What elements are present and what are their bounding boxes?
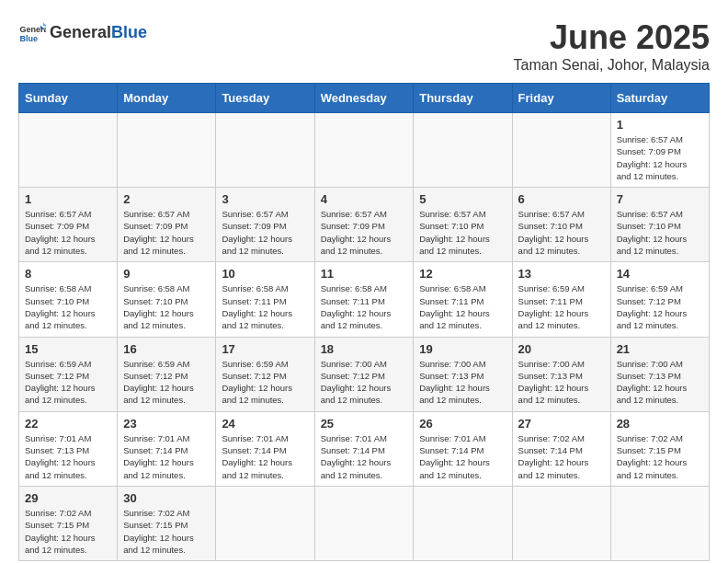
title-area: June 2025 Taman Senai, Johor, Malaysia: [514, 18, 710, 74]
weekday-header-friday: Friday: [512, 84, 610, 113]
day-number: 27: [518, 417, 605, 431]
day-number: 4: [321, 192, 408, 206]
weekday-header-monday: Monday: [118, 84, 216, 113]
day-number: 22: [25, 417, 111, 431]
location-title: Taman Senai, Johor, Malaysia: [514, 57, 710, 74]
calendar-cell: [512, 486, 610, 560]
day-info: Sunrise: 6:58 AMSunset: 7:11 PMDaylight:…: [419, 282, 506, 331]
weekday-header-sunday: Sunday: [19, 84, 118, 113]
day-info: Sunrise: 7:00 AMSunset: 7:13 PMDaylight:…: [518, 358, 605, 407]
calendar-table: SundayMondayTuesdayWednesdayThursdayFrid…: [18, 83, 710, 561]
calendar-cell: 4Sunrise: 6:57 AMSunset: 7:09 PMDaylight…: [314, 188, 414, 262]
day-number: 3: [222, 192, 308, 206]
calendar-cell: 20Sunrise: 7:00 AMSunset: 7:13 PMDayligh…: [512, 337, 610, 411]
calendar-cell: 28Sunrise: 7:02 AMSunset: 7:15 PMDayligh…: [610, 411, 709, 486]
day-info: Sunrise: 6:57 AMSunset: 7:09 PMDaylight:…: [222, 208, 308, 257]
day-number: 8: [25, 267, 111, 281]
calendar-cell: 29Sunrise: 7:02 AMSunset: 7:15 PMDayligh…: [19, 486, 118, 560]
day-info: Sunrise: 7:02 AMSunset: 7:15 PMDaylight:…: [617, 432, 703, 481]
calendar-cell: 9Sunrise: 6:58 AMSunset: 7:10 PMDaylight…: [118, 262, 216, 337]
calendar-cell: 6Sunrise: 6:57 AMSunset: 7:10 PMDaylight…: [512, 188, 610, 262]
day-info: Sunrise: 6:57 AMSunset: 7:10 PMDaylight:…: [617, 208, 703, 257]
day-info: Sunrise: 7:01 AMSunset: 7:14 PMDaylight:…: [222, 432, 308, 481]
day-number: 24: [222, 417, 308, 431]
calendar-cell: 24Sunrise: 7:01 AMSunset: 7:14 PMDayligh…: [216, 411, 314, 486]
calendar-cell: 16Sunrise: 6:59 AMSunset: 7:12 PMDayligh…: [118, 337, 216, 411]
day-number: 21: [617, 342, 703, 356]
day-number: 18: [321, 342, 408, 356]
day-number: 6: [518, 192, 605, 206]
day-number: 15: [25, 342, 111, 356]
calendar-cell: [314, 486, 414, 560]
calendar-cell: [216, 113, 314, 188]
calendar-cell: 19Sunrise: 7:00 AMSunset: 7:13 PMDayligh…: [414, 337, 512, 411]
day-info: Sunrise: 6:57 AMSunset: 7:10 PMDaylight:…: [419, 208, 506, 257]
day-info: Sunrise: 7:01 AMSunset: 7:13 PMDaylight:…: [25, 432, 111, 481]
day-info: Sunrise: 7:01 AMSunset: 7:14 PMDaylight:…: [419, 432, 506, 481]
calendar-cell: [610, 486, 709, 560]
month-title: June 2025: [514, 18, 710, 57]
day-number: 2: [123, 192, 210, 206]
logo-text: GeneralBlue: [50, 23, 147, 42]
calendar-week-3: 8Sunrise: 6:58 AMSunset: 7:10 PMDaylight…: [19, 262, 710, 337]
calendar-cell: [19, 113, 118, 188]
calendar-cell: [414, 113, 512, 188]
svg-text:Blue: Blue: [20, 34, 39, 43]
calendar-cell: 12Sunrise: 6:58 AMSunset: 7:11 PMDayligh…: [414, 262, 512, 337]
calendar-week-4: 15Sunrise: 6:59 AMSunset: 7:12 PMDayligh…: [19, 337, 710, 411]
calendar-cell: 23Sunrise: 7:01 AMSunset: 7:14 PMDayligh…: [118, 411, 216, 486]
day-number: 10: [222, 267, 308, 281]
day-number: 12: [419, 267, 506, 281]
day-info: Sunrise: 6:59 AMSunset: 7:12 PMDaylight:…: [222, 358, 308, 407]
day-number: 28: [617, 417, 703, 431]
calendar-cell: 7Sunrise: 6:57 AMSunset: 7:10 PMDaylight…: [610, 188, 709, 262]
calendar-cell: 27Sunrise: 7:02 AMSunset: 7:14 PMDayligh…: [512, 411, 610, 486]
day-info: Sunrise: 6:59 AMSunset: 7:12 PMDaylight:…: [617, 282, 703, 331]
calendar-cell: 1Sunrise: 6:57 AMSunset: 7:09 PMDaylight…: [19, 188, 118, 262]
day-number: 5: [419, 192, 506, 206]
calendar-cell: 18Sunrise: 7:00 AMSunset: 7:12 PMDayligh…: [314, 337, 414, 411]
calendar-cell: [512, 113, 610, 188]
day-number: 20: [518, 342, 605, 356]
calendar-cell: [216, 486, 314, 560]
header-area: General Blue GeneralBlue June 2025 Taman…: [18, 18, 710, 74]
calendar-cell: 3Sunrise: 6:57 AMSunset: 7:09 PMDaylight…: [216, 188, 314, 262]
calendar-cell: 2Sunrise: 6:57 AMSunset: 7:09 PMDaylight…: [118, 188, 216, 262]
day-number: 17: [222, 342, 308, 356]
calendar-week-1: 1Sunrise: 6:57 AMSunset: 7:09 PMDaylight…: [19, 113, 710, 188]
day-number: 23: [123, 417, 210, 431]
calendar-cell: 1Sunrise: 6:57 AMSunset: 7:09 PMDaylight…: [610, 113, 709, 188]
day-info: Sunrise: 7:02 AMSunset: 7:14 PMDaylight:…: [518, 432, 605, 481]
day-number: 11: [321, 267, 408, 281]
calendar-week-6: 29Sunrise: 7:02 AMSunset: 7:15 PMDayligh…: [19, 486, 710, 560]
day-info: Sunrise: 6:59 AMSunset: 7:12 PMDaylight:…: [25, 358, 111, 407]
page-container: General Blue GeneralBlue June 2025 Taman…: [18, 18, 710, 561]
calendar-cell: 21Sunrise: 7:00 AMSunset: 7:13 PMDayligh…: [610, 337, 709, 411]
calendar-cell: 30Sunrise: 7:02 AMSunset: 7:15 PMDayligh…: [118, 486, 216, 560]
day-info: Sunrise: 6:58 AMSunset: 7:11 PMDaylight:…: [222, 282, 308, 331]
day-info: Sunrise: 6:57 AMSunset: 7:09 PMDaylight:…: [123, 208, 210, 257]
day-info: Sunrise: 7:01 AMSunset: 7:14 PMDaylight:…: [123, 432, 210, 481]
day-number: 9: [123, 267, 210, 281]
calendar-cell: 11Sunrise: 6:58 AMSunset: 7:11 PMDayligh…: [314, 262, 414, 337]
logo: General Blue GeneralBlue: [18, 18, 147, 46]
day-info: Sunrise: 6:57 AMSunset: 7:09 PMDaylight:…: [617, 133, 703, 182]
day-info: Sunrise: 7:02 AMSunset: 7:15 PMDaylight:…: [123, 507, 210, 556]
day-number: 19: [419, 342, 506, 356]
calendar-cell: [118, 113, 216, 188]
day-info: Sunrise: 7:02 AMSunset: 7:15 PMDaylight:…: [25, 507, 111, 556]
day-info: Sunrise: 6:57 AMSunset: 7:10 PMDaylight:…: [518, 208, 605, 257]
day-number: 25: [321, 417, 408, 431]
weekday-header-thursday: Thursday: [414, 84, 512, 113]
day-number: 29: [25, 491, 111, 505]
day-number: 30: [123, 491, 210, 505]
day-info: Sunrise: 6:58 AMSunset: 7:10 PMDaylight:…: [25, 282, 111, 331]
day-number: 26: [419, 417, 506, 431]
calendar-cell: 5Sunrise: 6:57 AMSunset: 7:10 PMDaylight…: [414, 188, 512, 262]
day-info: Sunrise: 6:59 AMSunset: 7:12 PMDaylight:…: [123, 358, 210, 407]
calendar-cell: 13Sunrise: 6:59 AMSunset: 7:11 PMDayligh…: [512, 262, 610, 337]
calendar-cell: 8Sunrise: 6:58 AMSunset: 7:10 PMDaylight…: [19, 262, 118, 337]
logo-blue: Blue: [111, 23, 147, 42]
day-info: Sunrise: 6:57 AMSunset: 7:09 PMDaylight:…: [25, 208, 111, 257]
logo-icon: General Blue: [18, 18, 46, 46]
